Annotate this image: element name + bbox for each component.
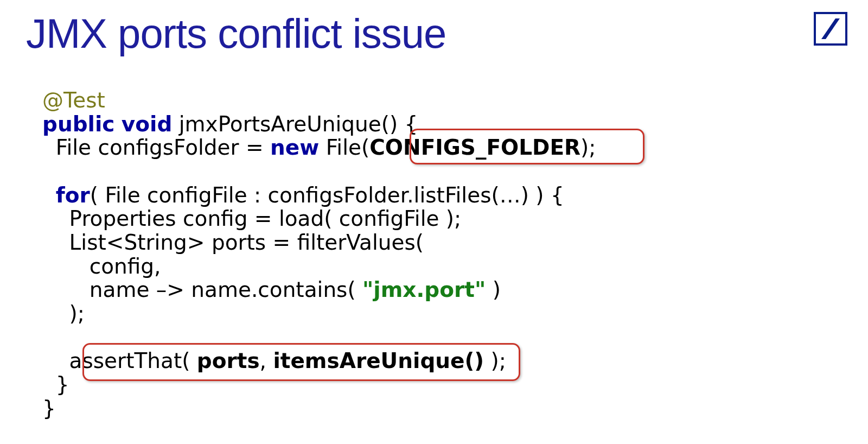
slide-title: JMX ports conflict issue [26, 10, 446, 57]
slide: JMX ports conflict issue @Test public vo… [0, 0, 868, 444]
line-2: public void jmxPortsAreUnique() { [42, 112, 418, 136]
deutsche-bank-logo-icon [814, 12, 847, 46]
line-3: File configsFolder = new File(CONFIGS_FO… [42, 135, 596, 160]
line-9: name –> name.contains( "jmx.port" ) [42, 277, 501, 302]
line-12: assertThat( ports, itemsAreUnique() ); [42, 348, 506, 373]
line-14: } [42, 396, 56, 421]
line-10: ); [42, 301, 85, 326]
line-8: config, [42, 254, 161, 278]
svg-marker-1 [821, 18, 840, 39]
line-7: List<String> ports = filterValues( [42, 230, 424, 255]
annotation: @Test [42, 88, 105, 112]
line-13: } [42, 372, 69, 397]
line-6: Properties config = load( configFile ); [42, 206, 461, 231]
line-5: for( File configFile : configsFolder.lis… [42, 183, 564, 207]
code-block: @Test public void jmxPortsAreUnique() { … [42, 88, 596, 420]
